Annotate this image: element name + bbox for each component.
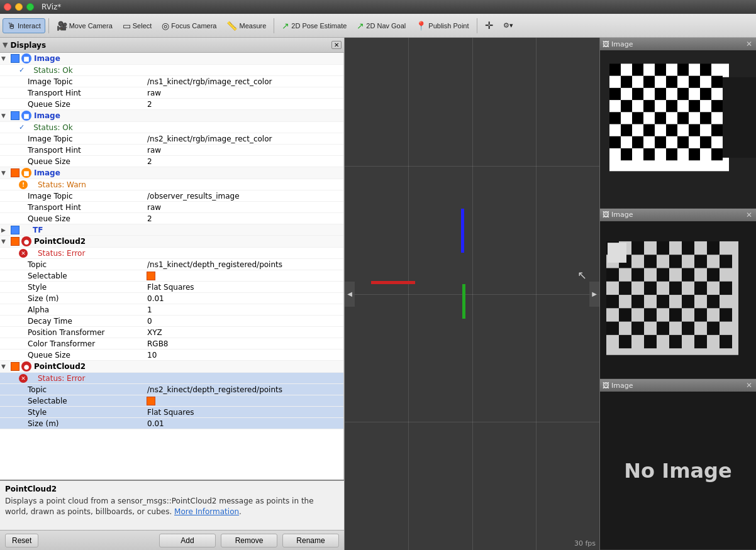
image-1-topic-value: /ns1_kinect/rgb/image_rect_color — [145, 77, 342, 86]
image-1-status-row: ✓ Status: Ok — [0, 65, 343, 76]
titlebar: RViz* — [0, 0, 756, 14]
displays-header: ▼ Displays ✕ — [0, 38, 344, 53]
image-3-queue-row[interactable]: Queue Size 2 — [0, 213, 343, 224]
pc2-1-alpha-row[interactable]: Alpha 1 — [0, 304, 343, 316]
displays-title: Displays — [10, 41, 46, 50]
pc2-2-style-row[interactable]: Style Flat Squares — [0, 407, 343, 418]
pc2-1-label: PointCloud2 — [33, 237, 158, 246]
reset-button[interactable]: Reset — [5, 534, 38, 547]
image-panel-1-close[interactable]: ✕ — [745, 40, 753, 48]
focus-camera-button[interactable]: ◎ Focus Camera — [157, 18, 221, 33]
interact-icon: 🖱 — [7, 21, 16, 31]
image-panel-1: 🖼 Image ✕ — [600, 38, 756, 209]
image-2-topic-label: Image Topic — [19, 135, 145, 143]
rename-button[interactable]: Rename — [282, 534, 339, 547]
pc2-2-checkbox[interactable] — [9, 362, 21, 371]
pc2-1-pos-row[interactable]: Position Transformer XYZ — [0, 327, 343, 338]
image-3-topic-row[interactable]: Image Topic /observer_results_image — [0, 190, 343, 202]
tree-scroll[interactable]: ▼ ■ Image ✓ Status: Ok Image Topic /ns1_… — [0, 53, 344, 480]
measure-icon: 📏 — [226, 21, 237, 31]
image-1-checkbox[interactable] — [9, 54, 21, 63]
pc2-2-topic-row[interactable]: Topic /ns2_kinect/depth_registered/point… — [0, 384, 343, 395]
pc2-2-selectable-row[interactable]: Selectable — [0, 395, 343, 407]
pc2-2-style-value: Flat Squares — [145, 408, 342, 417]
image-1-transport-row[interactable]: Transport Hint raw — [0, 87, 343, 99]
add-tool-button[interactable]: ✛ — [481, 17, 498, 34]
toolbar-options-button[interactable]: ⚙▾ — [499, 19, 518, 32]
pc2-2-size-row[interactable]: Size (m) 0.01 — [0, 418, 343, 429]
viewport-canvas: ↖ ◀ ▶ 30 fps — [345, 38, 599, 550]
pc2-2-status-label: Status: Error — [29, 374, 155, 383]
pc2-1-size-value: 0.01 — [145, 294, 342, 303]
left-collapse-arrow[interactable]: ◀ — [345, 282, 355, 307]
image-3-status-label: Status: Warn — [29, 180, 155, 189]
image-panel-1-icon: 🖼 — [603, 40, 609, 48]
2d-pose-button[interactable]: ↗ 2D Pose Estimate — [277, 18, 351, 33]
image-3-transport-row[interactable]: Transport Hint raw — [0, 202, 343, 213]
pc2-1-color-row[interactable]: Color Transformer RGB8 — [0, 338, 343, 349]
mouse-cursor-icon: ↖ — [577, 268, 587, 282]
select-button[interactable]: ▭ Select — [118, 18, 157, 33]
maximize-button[interactable] — [26, 3, 34, 11]
image-1-topic-row[interactable]: Image Topic /ns1_kinect/rgb/image_rect_c… — [0, 76, 343, 87]
image-2-topic-row[interactable]: Image Topic /ns2_kinect/rgb/image_rect_c… — [0, 133, 343, 145]
pc2-1-queue-value: 10 — [145, 351, 342, 360]
image-3-checkbox[interactable] — [9, 168, 21, 177]
pc2-1-size-row[interactable]: Size (m) 0.01 — [0, 293, 343, 304]
tf-row[interactable]: ▶ TF — [0, 224, 343, 236]
2d-nav-button[interactable]: ↗ 2D Nav Goal — [352, 18, 410, 33]
add-button[interactable]: Add — [159, 534, 216, 547]
close-button[interactable] — [4, 3, 11, 11]
image-panel-3-close[interactable]: ✕ — [745, 381, 753, 390]
pc2-2-selectable-cb[interactable] — [145, 397, 157, 405]
tf-checkbox[interactable] — [9, 226, 21, 234]
pc2-1-selectable-cb[interactable] — [145, 272, 157, 280]
pc2-2-status-icon: ● — [21, 361, 31, 371]
image-2-queue-label: Queue Size — [19, 157, 145, 166]
image-3-status-row: ! Status: Warn — [0, 179, 343, 190]
error-icon-pc2: ✕ — [19, 374, 28, 383]
right-collapse-arrow[interactable]: ▶ — [589, 282, 599, 307]
warn-icon-3: ! — [19, 180, 28, 189]
pc2-1-checkbox[interactable] — [9, 237, 21, 246]
minimize-button[interactable] — [15, 3, 23, 11]
measure-button[interactable]: 📏 Measure — [222, 18, 270, 33]
info-area: PointCloud2 Displays a point cloud from … — [0, 480, 344, 530]
pc2-group-2-header[interactable]: ▼ ● PointCloud2 — [0, 361, 343, 373]
pc2-1-pos-value: XYZ — [145, 328, 342, 337]
more-link[interactable]: More Information — [174, 507, 239, 516]
image-group-2-header[interactable]: ▼ ■ Image — [0, 110, 343, 122]
pc2-1-queue-label: Queue Size — [19, 351, 145, 360]
toolbar-separator-3 — [477, 18, 477, 33]
image-1-queue-row[interactable]: Queue Size 2 — [0, 99, 343, 110]
image-3-topic-value: /observer_results_image — [145, 192, 342, 201]
pc2-1-style-row[interactable]: Style Flat Squares — [0, 282, 343, 293]
viewport[interactable]: ↖ ◀ ▶ 30 fps — [345, 38, 600, 550]
interact-button[interactable]: 🖱 Interact — [3, 18, 45, 33]
image-1-topic-label: Image Topic — [19, 77, 145, 86]
image-2-checkbox[interactable] — [9, 111, 21, 120]
pc2-1-decay-row[interactable]: Decay Time 0 — [0, 316, 343, 327]
pc2-2-selectable-label: Selectable — [19, 397, 145, 405]
image-panel-2-icon: 🖼 — [603, 211, 609, 219]
image-group-3-header[interactable]: ▼ ■ Image — [0, 167, 343, 179]
image-2-queue-value: 2 — [145, 157, 342, 166]
image-2-status-label: Status: Ok — [25, 123, 150, 132]
image-panel-1-content — [600, 50, 756, 208]
image-3-topic-label: Image Topic — [19, 192, 145, 201]
image-2-queue-row[interactable]: Queue Size 2 — [0, 156, 343, 167]
pc2-1-selectable-row[interactable]: Selectable — [0, 270, 343, 282]
pc2-group-1-header[interactable]: ▼ ● PointCloud2 — [0, 236, 343, 248]
image-panel-2-title: Image — [611, 211, 633, 219]
displays-close-button[interactable]: ✕ — [331, 41, 342, 49]
pc2-1-queue-row[interactable]: Queue Size 10 — [0, 349, 343, 361]
remove-button[interactable]: Remove — [221, 534, 277, 547]
image-2-transport-row[interactable]: Transport Hint raw — [0, 145, 343, 156]
checkerboard-canvas-2 — [600, 221, 756, 379]
pc2-1-topic-row[interactable]: Topic /ns1_kinect/depth_registered/point… — [0, 259, 343, 270]
move-camera-button[interactable]: 🎥 Move Camera — [52, 18, 117, 33]
image-panel-2-close[interactable]: ✕ — [745, 211, 753, 219]
image-group-1-header[interactable]: ▼ ■ Image — [0, 53, 343, 65]
publish-point-button[interactable]: 📍 Publish Point — [411, 18, 473, 33]
pc2-1-status-row: ✕ Status: Error — [0, 248, 343, 259]
